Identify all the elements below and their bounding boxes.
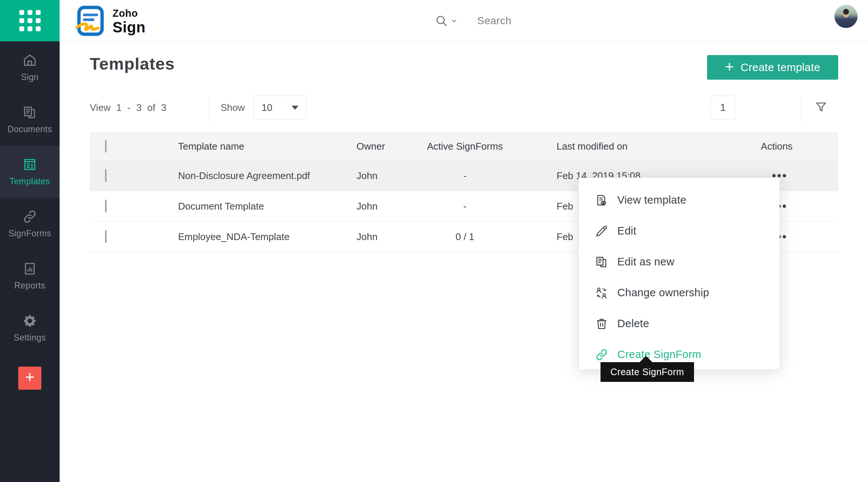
user-avatar[interactable]	[834, 5, 858, 28]
search-input[interactable]	[477, 15, 671, 27]
sidebar-item-label: Templates	[10, 176, 50, 186]
sidebar-item-label: Settings	[14, 333, 46, 343]
page-size-select[interactable]: 10	[254, 96, 306, 119]
filter-button[interactable]	[814, 100, 828, 114]
column-header-active-signforms: Active SignForms	[422, 140, 507, 152]
sidebar-item-documents[interactable]: Documents	[0, 93, 60, 146]
edit-as-new-icon	[595, 255, 608, 269]
active-signforms-value: 0 / 1	[422, 231, 507, 242]
active-signforms-value: -	[422, 200, 507, 212]
active-signforms-value: -	[422, 170, 507, 181]
zoho-sign-logo: Zoho Sign	[74, 4, 146, 37]
sign-document-icon	[74, 4, 107, 37]
row-checkbox[interactable]	[105, 230, 107, 243]
page-size-value: 10	[262, 102, 272, 114]
sidebar-item-sign[interactable]: Sign	[0, 41, 60, 93]
create-signform-tooltip: Create SignForm	[601, 362, 694, 382]
column-header-owner: Owner	[357, 140, 385, 152]
quick-add-button[interactable]: +	[18, 367, 41, 390]
logo-app-name: Zoho	[113, 9, 146, 19]
pencil-icon	[595, 224, 608, 238]
home-icon	[22, 53, 37, 68]
chevron-down-icon	[450, 17, 458, 25]
caret-down-icon	[292, 106, 298, 110]
sidebar-item-settings[interactable]: Settings	[0, 302, 60, 354]
current-page-box[interactable]: 1	[710, 96, 735, 119]
row-checkbox[interactable]	[105, 169, 107, 182]
view-summary: View 1 - 3 of 3	[90, 102, 167, 114]
divider	[209, 98, 209, 121]
apps-grid-icon	[19, 10, 41, 31]
column-header-template-name: Template name	[178, 140, 244, 152]
apps-menu-button[interactable]	[0, 0, 60, 41]
template-owner: John	[357, 170, 377, 181]
menu-item-edit-as-new[interactable]: Edit as new	[579, 246, 779, 277]
sidebar-item-label: SignForms	[9, 229, 51, 239]
topbar: Zoho Sign	[0, 0, 868, 41]
column-header-last-modified: Last modified on	[557, 140, 628, 152]
reports-icon	[22, 261, 37, 276]
sidebar-item-signforms[interactable]: SignForms	[0, 198, 60, 250]
row-actions-context-menu: View template Edit Edit as new Change ow…	[579, 178, 780, 370]
link-icon	[22, 209, 37, 224]
logo-product-name: Sign	[113, 20, 146, 35]
template-name[interactable]: Non-Disclosure Agreement.pdf	[178, 170, 310, 181]
menu-item-delete[interactable]: Delete	[579, 308, 779, 339]
table-header-row: Template name Owner Active SignForms Las…	[90, 132, 838, 160]
template-name[interactable]: Document Template	[178, 200, 264, 212]
template-owner: John	[357, 231, 377, 242]
page-title: Templates	[90, 54, 175, 74]
templates-icon	[22, 157, 37, 172]
sidebar-item-label: Documents	[7, 124, 52, 134]
gear-icon	[22, 313, 37, 328]
change-ownership-icon	[595, 286, 608, 300]
sidebar-item-reports[interactable]: Reports	[0, 250, 60, 302]
plus-icon: +	[725, 59, 734, 74]
link-icon	[595, 348, 608, 361]
select-all-checkbox[interactable]	[105, 140, 107, 152]
column-header-actions: Actions	[753, 140, 801, 152]
menu-item-change-ownership[interactable]: Change ownership	[579, 277, 779, 308]
show-label: Show	[221, 102, 245, 114]
last-modified-value: Feb	[557, 231, 573, 242]
create-template-button[interactable]: + Create template	[707, 55, 838, 80]
view-template-icon	[595, 194, 608, 207]
row-checkbox[interactable]	[105, 199, 107, 212]
template-name[interactable]: Employee_NDA-Template	[178, 231, 289, 242]
trash-icon	[595, 317, 608, 331]
row-actions-button[interactable]	[772, 174, 786, 177]
divider	[801, 97, 801, 121]
template-owner: John	[357, 200, 377, 212]
sidebar-item-templates[interactable]: Templates	[0, 146, 60, 198]
menu-item-view-template[interactable]: View template	[579, 185, 779, 216]
filter-funnel-icon	[814, 100, 828, 114]
sidebar-item-label: Sign	[21, 72, 39, 82]
sidebar: Sign Documents Templates	[0, 41, 60, 482]
search-icon	[435, 14, 448, 28]
menu-item-edit[interactable]: Edit	[579, 216, 779, 246]
search-scope-button[interactable]	[435, 14, 458, 28]
documents-icon	[22, 105, 37, 120]
last-modified-value: Feb	[557, 200, 573, 212]
sidebar-item-label: Reports	[14, 281, 45, 291]
